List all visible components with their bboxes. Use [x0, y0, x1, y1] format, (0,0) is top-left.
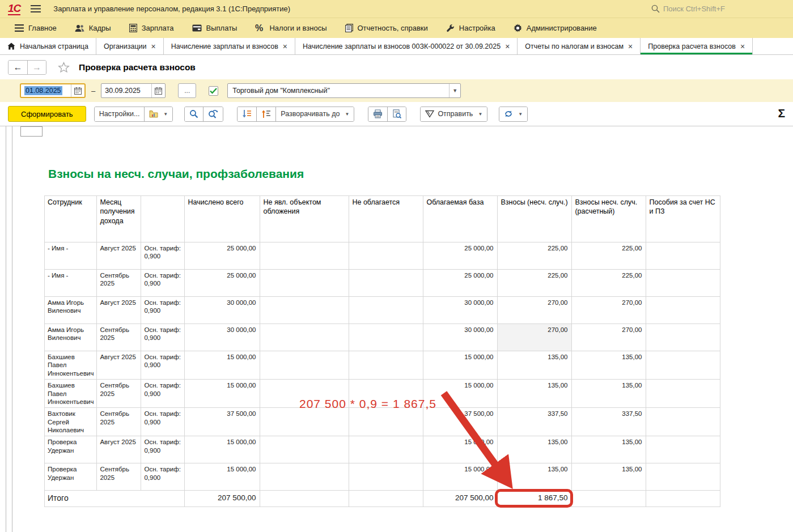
calendar-icon[interactable] — [151, 84, 165, 97]
cell-accrued[interactable]: 30 000,00 — [185, 324, 260, 351]
cell-contrib[interactable]: 135,00 — [498, 436, 572, 463]
total-accrued[interactable]: 207 500,00 — [185, 491, 260, 507]
sum-indicator[interactable]: Σ — [778, 107, 785, 120]
cell-contrib_calc[interactable]: 135,00 — [572, 351, 646, 380]
print-preview-button[interactable] — [387, 107, 406, 121]
column-header[interactable]: Облагаемая база — [423, 196, 498, 242]
expand-to-button[interactable]: Разворачивать до ▼ — [275, 107, 354, 121]
column-header[interactable]: Начислено всего — [185, 196, 260, 242]
organization-field[interactable]: Торговый дом "Комплексный" ▼ — [227, 83, 461, 98]
cell-contrib_calc[interactable]: 225,00 — [572, 242, 646, 270]
cell-not_object[interactable] — [260, 408, 349, 436]
cell-contrib[interactable]: 270,00 — [498, 297, 572, 324]
cell-base[interactable]: 25 000,00 — [423, 270, 498, 297]
cell-contrib_calc[interactable]: 225,00 — [572, 270, 646, 297]
cell-tariff[interactable]: Осн. тариф: 0,900 — [141, 297, 185, 324]
cell-contrib_calc[interactable]: 135,00 — [572, 436, 646, 463]
cell-contrib_calc[interactable]: 270,00 — [572, 297, 646, 324]
report-variants-button[interactable]: ▼ — [144, 107, 172, 121]
cell-benefits[interactable] — [646, 242, 720, 270]
cell-not_taxed[interactable] — [349, 324, 423, 351]
cell-base[interactable]: 37 500,00 — [423, 408, 498, 436]
total-contrib[interactable]: 1 867,50 — [498, 491, 572, 507]
period-from-field[interactable]: 01.08.2025 — [20, 83, 86, 98]
cell-accrued[interactable]: 25 000,00 — [185, 242, 260, 270]
cell-benefits[interactable] — [646, 380, 720, 408]
cell-tariff[interactable]: Осн. тариф: 0,900 — [141, 408, 185, 436]
column-header[interactable]: Месяц получения дохода — [97, 196, 141, 242]
cell-not_object[interactable] — [260, 463, 349, 491]
period-to-field[interactable]: 30.09.2025 — [101, 83, 166, 98]
cell-contrib[interactable]: 337,50 — [498, 408, 572, 436]
cell-benefits[interactable] — [646, 463, 720, 491]
cell-contrib_calc[interactable]: 135,00 — [572, 463, 646, 491]
back-button[interactable]: ← — [9, 61, 27, 74]
cell-contrib[interactable]: 225,00 — [498, 270, 572, 297]
cell-employee[interactable]: Вахтовик Сергей Николаевич — [45, 408, 97, 436]
cell-base[interactable]: 15 000,00 — [423, 463, 498, 491]
cell-employee[interactable]: Амма Игорь Виленович — [45, 297, 97, 324]
column-header[interactable]: Взносы несч. случ. (расчетный) — [572, 196, 646, 242]
cell-month[interactable]: Август 2025 — [97, 242, 141, 270]
menu-item-hr[interactable]: Кадры — [67, 18, 119, 38]
cell-employee[interactable]: Проверка Удержан — [45, 463, 97, 491]
print-button[interactable] — [368, 107, 387, 121]
menu-item-taxes[interactable]: %Налоги и взносы — [247, 18, 334, 38]
calendar-icon[interactable] — [71, 84, 84, 97]
cell-month[interactable]: Август 2025 — [97, 297, 141, 324]
generate-button[interactable]: Сформировать — [8, 106, 86, 122]
close-icon[interactable]: × — [628, 42, 633, 50]
cell-benefits[interactable] — [646, 270, 720, 297]
find-button[interactable] — [185, 107, 203, 121]
cell-contrib_calc[interactable]: 270,00 — [572, 324, 646, 351]
cell-not_taxed[interactable] — [349, 408, 423, 436]
tab-orgs[interactable]: Организации× — [96, 38, 164, 54]
cell-not_taxed[interactable] — [349, 297, 423, 324]
find-next-button[interactable] — [203, 107, 223, 121]
cell-not_taxed[interactable] — [349, 351, 423, 380]
cell-month[interactable]: Сентябрь 2025 — [97, 463, 141, 491]
tab-tax-reports[interactable]: Отчеты по налогам и взносам× — [518, 38, 641, 54]
cell-accrued[interactable]: 37 500,00 — [185, 408, 260, 436]
organization-checkbox[interactable] — [209, 86, 218, 96]
cell-not_object[interactable] — [260, 270, 349, 297]
cell-tariff[interactable]: Осн. тариф: 0,900 — [141, 463, 185, 491]
cell-tariff[interactable]: Осн. тариф: 0,900 — [141, 270, 185, 297]
forward-button[interactable]: → — [27, 61, 46, 74]
cell-accrued[interactable]: 25 000,00 — [185, 270, 260, 297]
menu-item-payments[interactable]: Выплаты — [184, 18, 245, 38]
cell-benefits[interactable] — [646, 351, 720, 380]
close-icon[interactable]: × — [505, 42, 510, 50]
cell-not_taxed[interactable] — [349, 270, 423, 297]
cell-not_taxed[interactable] — [349, 463, 423, 491]
menu-item-salary[interactable]: Зарплата — [121, 18, 182, 38]
cell-employee[interactable]: Проверка Удержан — [45, 436, 97, 463]
cell-contrib[interactable]: 135,00 — [498, 463, 572, 491]
close-icon[interactable]: × — [740, 42, 745, 50]
cell-contrib_calc[interactable]: 135,00 — [572, 380, 646, 408]
cell-month[interactable]: Август 2025 — [97, 351, 141, 380]
tab-check-contrib[interactable]: Проверка расчета взносов× — [641, 38, 753, 54]
cell-employee[interactable]: - Имя - — [45, 270, 97, 297]
cell-not_object[interactable] — [260, 351, 349, 380]
column-header[interactable]: Не облагается — [349, 196, 423, 242]
settings-button[interactable]: Настройки... — [95, 107, 145, 121]
cell-benefits[interactable] — [646, 408, 720, 436]
cell-accrued[interactable]: 15 000,00 — [185, 380, 260, 408]
cell-not_taxed[interactable] — [349, 242, 423, 270]
total-label[interactable]: Итого — [45, 491, 185, 507]
cell-month[interactable]: Сентябрь 2025 — [97, 380, 141, 408]
cell-contrib[interactable]: 135,00 — [498, 380, 572, 408]
menu-item-main[interactable]: Главное — [7, 18, 65, 38]
cell-month[interactable]: Сентябрь 2025 — [97, 408, 141, 436]
cell-base[interactable]: 25 000,00 — [423, 242, 498, 270]
cell-accrued[interactable]: 15 000,00 — [185, 436, 260, 463]
cell-accrued[interactable]: 15 000,00 — [185, 463, 260, 491]
menu-item-settings[interactable]: Настройка — [438, 18, 503, 38]
group-header-box[interactable] — [20, 126, 43, 137]
menu-item-reports[interactable]: Отчетность, справки — [337, 18, 436, 38]
cell-month[interactable]: Сентябрь 2025 — [97, 324, 141, 351]
cell-contrib[interactable]: 225,00 — [498, 242, 572, 270]
cell-employee[interactable]: - Имя - — [45, 242, 97, 270]
close-icon[interactable]: × — [151, 42, 156, 50]
